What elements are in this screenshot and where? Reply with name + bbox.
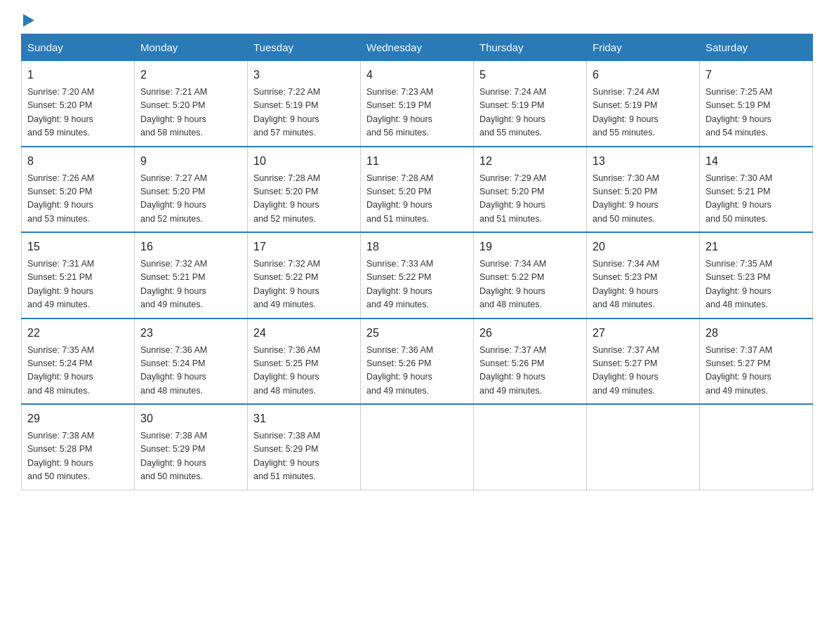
calendar-cell: 1Sunrise: 7:20 AMSunset: 5:20 PMDaylight… xyxy=(22,61,135,147)
calendar-cell: 21Sunrise: 7:35 AMSunset: 5:23 PMDayligh… xyxy=(700,232,813,318)
day-number: 19 xyxy=(479,239,581,255)
day-info: Sunrise: 7:29 AMSunset: 5:20 PMDaylight:… xyxy=(479,173,546,224)
page-header xyxy=(21,14,813,27)
calendar-cell: 20Sunrise: 7:34 AMSunset: 5:23 PMDayligh… xyxy=(587,232,700,318)
day-info: Sunrise: 7:28 AMSunset: 5:20 PMDaylight:… xyxy=(253,173,320,224)
day-info: Sunrise: 7:36 AMSunset: 5:24 PMDaylight:… xyxy=(140,345,207,396)
calendar-cell: 24Sunrise: 7:36 AMSunset: 5:25 PMDayligh… xyxy=(248,318,361,405)
calendar-cell: 2Sunrise: 7:21 AMSunset: 5:20 PMDaylight… xyxy=(135,61,248,147)
day-number: 9 xyxy=(140,153,241,170)
calendar-cell: 30Sunrise: 7:38 AMSunset: 5:29 PMDayligh… xyxy=(135,404,248,490)
day-info: Sunrise: 7:22 AMSunset: 5:19 PMDaylight:… xyxy=(253,87,320,137)
weekday-header-thursday: Thursday xyxy=(474,34,587,61)
calendar-cell xyxy=(474,404,587,490)
day-info: Sunrise: 7:34 AMSunset: 5:22 PMDaylight:… xyxy=(479,259,546,309)
day-number: 13 xyxy=(593,153,694,170)
calendar-cell: 28Sunrise: 7:37 AMSunset: 5:27 PMDayligh… xyxy=(700,318,813,405)
day-number: 14 xyxy=(706,153,807,170)
day-number: 18 xyxy=(366,239,468,255)
day-number: 23 xyxy=(140,325,241,342)
calendar-cell: 25Sunrise: 7:36 AMSunset: 5:26 PMDayligh… xyxy=(361,318,474,405)
day-info: Sunrise: 7:38 AMSunset: 5:29 PMDaylight:… xyxy=(253,431,320,481)
day-number: 27 xyxy=(593,325,694,342)
day-number: 10 xyxy=(253,153,355,170)
week-row-3: 15Sunrise: 7:31 AMSunset: 5:21 PMDayligh… xyxy=(22,232,813,318)
weekday-header-saturday: Saturday xyxy=(700,34,813,61)
calendar-cell: 16Sunrise: 7:32 AMSunset: 5:21 PMDayligh… xyxy=(135,232,248,318)
day-number: 8 xyxy=(27,153,128,170)
day-info: Sunrise: 7:37 AMSunset: 5:27 PMDaylight:… xyxy=(706,345,772,396)
day-number: 28 xyxy=(706,325,807,342)
weekday-header-wednesday: Wednesday xyxy=(361,34,474,61)
week-row-4: 22Sunrise: 7:35 AMSunset: 5:24 PMDayligh… xyxy=(22,318,813,405)
weekday-header-sunday: Sunday xyxy=(22,34,135,61)
day-number: 20 xyxy=(593,239,694,255)
day-number: 3 xyxy=(253,67,355,83)
day-number: 30 xyxy=(140,410,241,427)
calendar-cell: 14Sunrise: 7:30 AMSunset: 5:21 PMDayligh… xyxy=(700,147,813,233)
day-number: 5 xyxy=(479,67,581,83)
calendar-cell: 23Sunrise: 7:36 AMSunset: 5:24 PMDayligh… xyxy=(135,318,248,405)
week-row-1: 1Sunrise: 7:20 AMSunset: 5:20 PMDaylight… xyxy=(22,61,813,147)
day-info: Sunrise: 7:38 AMSunset: 5:28 PMDaylight:… xyxy=(27,431,94,481)
day-number: 16 xyxy=(140,239,241,255)
day-number: 11 xyxy=(366,153,468,170)
day-number: 4 xyxy=(366,67,468,83)
day-number: 25 xyxy=(366,325,468,342)
day-number: 29 xyxy=(27,410,128,427)
calendar-cell: 4Sunrise: 7:23 AMSunset: 5:19 PMDaylight… xyxy=(361,61,474,147)
day-info: Sunrise: 7:32 AMSunset: 5:22 PMDaylight:… xyxy=(253,259,320,309)
calendar-cell xyxy=(587,404,700,490)
calendar-table: SundayMondayTuesdayWednesdayThursdayFrid… xyxy=(21,34,813,490)
day-info: Sunrise: 7:24 AMSunset: 5:19 PMDaylight:… xyxy=(479,87,546,137)
weekday-header-monday: Monday xyxy=(135,34,248,61)
calendar-cell: 11Sunrise: 7:28 AMSunset: 5:20 PMDayligh… xyxy=(361,147,474,233)
weekday-header-row: SundayMondayTuesdayWednesdayThursdayFrid… xyxy=(22,34,813,61)
calendar-cell: 3Sunrise: 7:22 AMSunset: 5:19 PMDaylight… xyxy=(248,61,361,147)
calendar-cell: 31Sunrise: 7:38 AMSunset: 5:29 PMDayligh… xyxy=(248,404,361,490)
day-info: Sunrise: 7:25 AMSunset: 5:19 PMDaylight:… xyxy=(706,87,772,137)
calendar-cell: 5Sunrise: 7:24 AMSunset: 5:19 PMDaylight… xyxy=(474,61,587,147)
day-info: Sunrise: 7:21 AMSunset: 5:20 PMDaylight:… xyxy=(140,87,207,137)
calendar-cell: 9Sunrise: 7:27 AMSunset: 5:20 PMDaylight… xyxy=(135,147,248,233)
week-row-2: 8Sunrise: 7:26 AMSunset: 5:20 PMDaylight… xyxy=(22,147,813,233)
day-info: Sunrise: 7:30 AMSunset: 5:21 PMDaylight:… xyxy=(706,173,772,224)
day-number: 31 xyxy=(253,410,355,427)
day-number: 22 xyxy=(27,325,128,342)
day-number: 15 xyxy=(27,239,128,255)
weekday-header-friday: Friday xyxy=(587,34,700,61)
day-number: 24 xyxy=(253,325,355,342)
calendar-cell: 7Sunrise: 7:25 AMSunset: 5:19 PMDaylight… xyxy=(700,61,813,147)
day-number: 12 xyxy=(479,153,581,170)
day-info: Sunrise: 7:28 AMSunset: 5:20 PMDaylight:… xyxy=(366,173,433,224)
calendar-cell: 22Sunrise: 7:35 AMSunset: 5:24 PMDayligh… xyxy=(22,318,135,405)
week-row-5: 29Sunrise: 7:38 AMSunset: 5:28 PMDayligh… xyxy=(22,404,813,490)
calendar-cell: 10Sunrise: 7:28 AMSunset: 5:20 PMDayligh… xyxy=(248,147,361,233)
day-number: 2 xyxy=(140,67,241,83)
calendar-cell: 19Sunrise: 7:34 AMSunset: 5:22 PMDayligh… xyxy=(474,232,587,318)
day-info: Sunrise: 7:27 AMSunset: 5:20 PMDaylight:… xyxy=(140,173,207,224)
calendar-cell: 12Sunrise: 7:29 AMSunset: 5:20 PMDayligh… xyxy=(474,147,587,233)
day-number: 21 xyxy=(706,239,807,255)
calendar-cell xyxy=(700,404,813,490)
day-number: 17 xyxy=(253,239,355,255)
day-info: Sunrise: 7:36 AMSunset: 5:26 PMDaylight:… xyxy=(366,345,433,396)
calendar-cell: 27Sunrise: 7:37 AMSunset: 5:27 PMDayligh… xyxy=(587,318,700,405)
day-info: Sunrise: 7:31 AMSunset: 5:21 PMDaylight:… xyxy=(27,259,94,309)
calendar-cell: 29Sunrise: 7:38 AMSunset: 5:28 PMDayligh… xyxy=(22,404,135,490)
day-info: Sunrise: 7:33 AMSunset: 5:22 PMDaylight:… xyxy=(366,259,433,309)
day-number: 1 xyxy=(27,67,128,83)
day-info: Sunrise: 7:35 AMSunset: 5:23 PMDaylight:… xyxy=(706,259,772,309)
day-number: 6 xyxy=(593,67,694,83)
day-info: Sunrise: 7:20 AMSunset: 5:20 PMDaylight:… xyxy=(27,87,94,137)
day-info: Sunrise: 7:30 AMSunset: 5:20 PMDaylight:… xyxy=(593,173,659,224)
calendar-cell: 26Sunrise: 7:37 AMSunset: 5:26 PMDayligh… xyxy=(474,318,587,405)
logo xyxy=(21,14,34,27)
day-info: Sunrise: 7:35 AMSunset: 5:24 PMDaylight:… xyxy=(27,345,94,396)
logo-arrow-icon xyxy=(23,14,34,27)
day-info: Sunrise: 7:36 AMSunset: 5:25 PMDaylight:… xyxy=(253,345,320,396)
day-info: Sunrise: 7:26 AMSunset: 5:20 PMDaylight:… xyxy=(27,173,94,224)
day-info: Sunrise: 7:34 AMSunset: 5:23 PMDaylight:… xyxy=(593,259,659,309)
calendar-cell: 15Sunrise: 7:31 AMSunset: 5:21 PMDayligh… xyxy=(22,232,135,318)
day-info: Sunrise: 7:24 AMSunset: 5:19 PMDaylight:… xyxy=(593,87,659,137)
